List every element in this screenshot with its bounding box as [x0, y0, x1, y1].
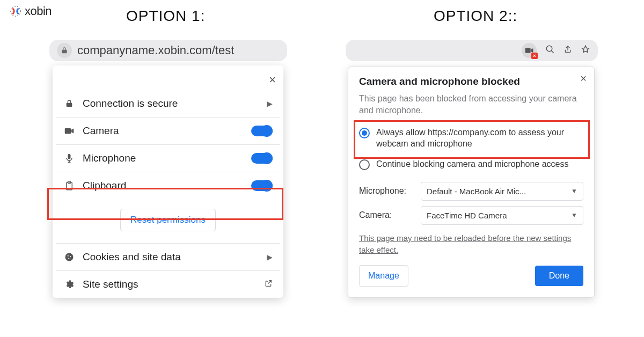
connection-label: Connection is secure: [83, 98, 259, 109]
camera-select-label: Camera:: [359, 210, 415, 220]
clipboard-label: Clipboard: [83, 180, 244, 192]
camera-permission-row[interactable]: Camera: [53, 118, 283, 144]
reset-permissions-button[interactable]: Reset permissions: [120, 209, 216, 231]
svg-point-10: [546, 46, 552, 52]
camera-toggle[interactable]: [251, 126, 273, 136]
cookies-label: Cookies and site data: [83, 251, 259, 263]
close-icon[interactable]: ×: [269, 73, 276, 87]
radio-selected-icon: [359, 128, 370, 138]
clipboard-icon: [63, 181, 75, 191]
microphone-permission-row[interactable]: Microphone: [53, 145, 283, 172]
chevron-right-icon: ▶: [267, 253, 273, 261]
chevron-right-icon: ▶: [267, 99, 273, 108]
microphone-select-label: Microphone:: [359, 186, 415, 196]
address-bar[interactable]: companyname.xobin.com/test: [49, 40, 287, 61]
external-link-icon: [264, 279, 273, 290]
microphone-select-row: Microphone: Default - MacBook Air Mic...…: [359, 182, 583, 201]
xobin-logo-mark: [10, 5, 21, 17]
option2-panel: × × Camera and microphone blocked This p…: [346, 40, 598, 298]
camera-select-value: FaceTime HD Camera: [427, 211, 507, 220]
clipboard-permission-row[interactable]: Clipboard: [53, 172, 283, 199]
close-icon[interactable]: ×: [580, 72, 587, 85]
camera-select-row: Camera: FaceTime HD Camera ▼: [359, 206, 583, 225]
svg-point-5: [65, 253, 74, 261]
radio-always-allow[interactable]: Always allow https://company.com to asse…: [359, 124, 583, 156]
svg-rect-9: [525, 48, 531, 53]
camera-select[interactable]: FaceTime HD Camera ▼: [421, 206, 583, 225]
camera-label: Camera: [83, 125, 244, 137]
connection-secure-row[interactable]: Connection is secure ▶: [53, 90, 283, 117]
microphone-icon: [63, 153, 75, 163]
done-button[interactable]: Done: [535, 266, 583, 286]
svg-point-6: [68, 255, 69, 257]
share-icon[interactable]: [564, 45, 572, 57]
option1-heading: OPTION 1:: [126, 8, 205, 25]
dialog-subtitle: This page has been blocked from accessin…: [359, 93, 583, 117]
svg-rect-1: [65, 128, 71, 134]
cookies-row[interactable]: Cookies and site data ▶: [53, 244, 283, 270]
lock-icon[interactable]: [57, 43, 72, 58]
url-text: companyname.xobin.com/test: [77, 43, 234, 57]
svg-point-7: [70, 256, 71, 257]
star-icon[interactable]: [581, 45, 590, 57]
site-settings-row[interactable]: Site settings: [53, 271, 283, 298]
svg-point-0: [11, 6, 20, 16]
xobin-logo: xobin: [10, 4, 52, 18]
option2-heading: OPTION 2::: [434, 8, 517, 25]
camera-blocked-dialog: × Camera and microphone blocked This pag…: [348, 67, 595, 298]
microphone-toggle[interactable]: [251, 153, 273, 164]
chevron-down-icon: ▼: [571, 187, 577, 195]
clipboard-toggle[interactable]: [251, 180, 273, 191]
lock-icon: [63, 99, 75, 108]
radio-continue-blocking[interactable]: Continue blocking camera and microphone …: [359, 156, 583, 177]
site-permissions-popup: × Connection is secure ▶ Camera Micropho…: [53, 65, 283, 298]
camera-blocked-icon[interactable]: ×: [522, 43, 537, 58]
site-settings-label: Site settings: [83, 279, 257, 290]
zoom-icon[interactable]: [545, 45, 555, 57]
microphone-label: Microphone: [83, 152, 244, 164]
browser-toolbar: ×: [346, 40, 598, 61]
microphone-select[interactable]: Default - MacBook Air Mic... ▼: [421, 182, 583, 201]
radio-unselected-icon: [359, 159, 370, 170]
blocked-badge-icon: ×: [531, 53, 538, 59]
svg-point-8: [68, 258, 69, 259]
manage-button[interactable]: Manage: [359, 265, 408, 287]
microphone-select-value: Default - MacBook Air Mic...: [427, 187, 526, 196]
svg-line-11: [551, 50, 554, 53]
cookie-icon: [63, 252, 75, 262]
option1-panel: companyname.xobin.com/test × Connection …: [49, 40, 287, 298]
chevron-down-icon: ▼: [571, 211, 577, 219]
radio-block-label: Continue blocking camera and microphone …: [376, 158, 568, 170]
radio-allow-label: Always allow https://company.com to asse…: [376, 127, 583, 150]
reload-note: This page may need to be reloaded before…: [359, 232, 583, 256]
gear-icon: [63, 280, 75, 289]
camera-icon: [63, 127, 75, 135]
xobin-logo-text: xobin: [25, 4, 52, 18]
svg-rect-2: [68, 154, 71, 159]
dialog-title: Camera and microphone blocked: [359, 76, 583, 87]
